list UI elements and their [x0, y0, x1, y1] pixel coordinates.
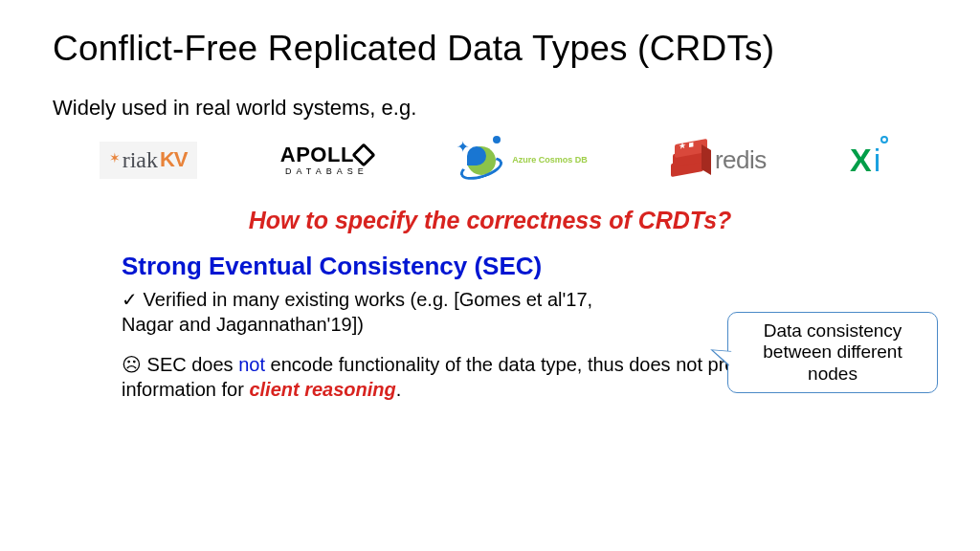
xi-i-glyph: i: [874, 142, 881, 179]
cosmos-label: Azure Cosmos DB: [512, 155, 588, 165]
xi-x-glyph: X: [850, 142, 872, 179]
apollo-subtext: DATABASE: [280, 167, 373, 176]
riak-kv-text: KV: [160, 147, 188, 172]
bullet-verified-text: Verified in many existing works (e.g. [G…: [122, 289, 592, 335]
cosmos-globe-icon: ✦: [457, 138, 506, 182]
bullet2-post: .: [396, 379, 402, 400]
bullet-verified: ✓ Verified in many existing works (e.g. …: [122, 287, 619, 337]
xi-logo: Xi: [850, 142, 880, 179]
redis-cube-icon: ★ ■: [671, 142, 709, 178]
redis-label: redis: [715, 145, 767, 175]
check-icon: ✓: [122, 289, 138, 310]
riak-burst-icon: ✶: [109, 151, 121, 165]
apollo-diamond-icon: [351, 143, 375, 166]
bullet2-pre: SEC does: [142, 354, 238, 375]
xi-dot-icon: [880, 136, 888, 143]
callout-bubble: Data consistency between different nodes: [727, 312, 938, 393]
riak-logo: ✶ riakKV: [100, 142, 197, 179]
bullet2-not: not: [238, 354, 265, 375]
central-question: How to specify the correctness of CRDTs?: [53, 207, 927, 234]
bullet2-client: client reasoning: [249, 379, 395, 400]
sec-heading: Strong Eventual Consistency (SEC): [122, 252, 542, 280]
riak-text: riak: [122, 147, 158, 173]
subtitle: Widely used in real world systems, e.g.: [53, 96, 927, 121]
sad-face-icon: ☹: [122, 354, 142, 375]
apollo-wordmark: APOLL: [280, 144, 373, 165]
slide-title: Conflict-Free Replicated Data Types (CRD…: [53, 29, 927, 69]
cosmos-logo: ✦ Azure Cosmos DB: [457, 138, 588, 182]
apollo-logo: APOLL DATABASE: [280, 144, 373, 176]
logo-row: ✶ riakKV APOLL DATABASE ✦ Azure Cosmos D…: [62, 134, 918, 186]
redis-logo: ★ ■ redis: [671, 142, 767, 178]
apollo-text-left: APOLL: [280, 144, 354, 165]
